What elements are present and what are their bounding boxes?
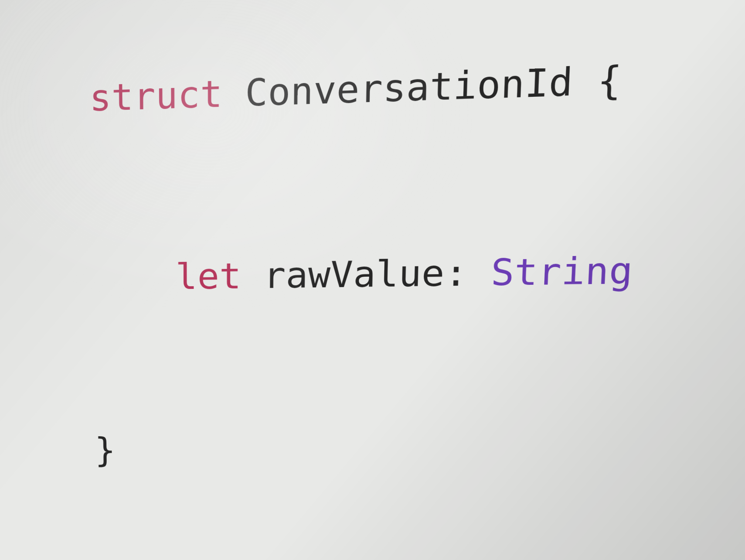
code-line[interactable]: }: [10, 371, 745, 537]
property-name: rawValue: [263, 253, 445, 297]
type-name: ConversationId: [245, 59, 598, 115]
brace-open: {: [596, 58, 623, 104]
keyword-let: let: [176, 255, 264, 297]
code-line[interactable]: let rawValue: String: [6, 180, 745, 359]
code-line-blank[interactable]: [14, 540, 745, 560]
code-editor[interactable]: struct ConversationId { let rawValue: St…: [0, 0, 745, 560]
brace-close: }: [95, 431, 116, 470]
code-line[interactable]: struct ConversationId {: [1, 0, 745, 184]
indent: [92, 289, 176, 290]
keyword-struct: struct: [89, 72, 245, 120]
colon: :: [444, 252, 492, 295]
type-string: String: [490, 250, 634, 294]
